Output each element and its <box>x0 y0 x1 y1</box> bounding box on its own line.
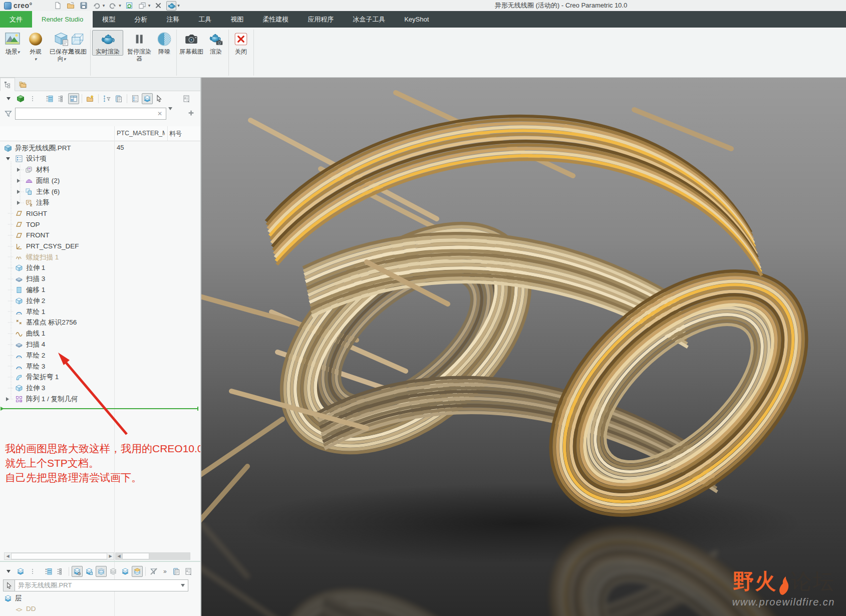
tree-item-right-plane[interactable]: RIGHT <box>0 208 199 219</box>
layer-tree-toggle-button[interactable] <box>142 93 153 104</box>
scroll-left-icon[interactable]: ◀ <box>5 553 11 559</box>
tab-view[interactable]: 视图 <box>221 11 253 28</box>
collapse-icon[interactable] <box>6 157 10 160</box>
layer-item-mm[interactable]: MM <box>0 613 199 616</box>
tree-dropdown-button[interactable] <box>3 93 14 104</box>
layer-filters-off-button[interactable] <box>148 566 159 577</box>
3d-viewport[interactable]: 野火 论坛 www.proewildfire.cn <box>201 78 846 616</box>
tree-item-offset-1[interactable]: 偏移 1 <box>0 284 199 295</box>
tree-horizontal-scrollbar[interactable]: ◀▶ <box>4 552 114 560</box>
denoise-button[interactable]: 降噪 <box>154 30 174 56</box>
new-file-button[interactable] <box>53 1 63 11</box>
appearance-button[interactable]: 外观 <box>25 30 46 63</box>
window-dropdown[interactable] <box>148 3 151 8</box>
regenerate-button[interactable] <box>124 1 134 11</box>
tree-item-extrude-3[interactable]: 拉伸 3 <box>0 383 199 394</box>
folder-browser-tab[interactable] <box>15 78 30 91</box>
more-options-icon[interactable] <box>27 93 38 104</box>
tab-keyshot[interactable]: KeyShot <box>395 11 438 28</box>
tree-item-front-plane[interactable]: FRONT <box>0 230 199 240</box>
screenshot-button[interactable]: 屏幕截图 <box>178 30 204 56</box>
tree-item-sweep-3[interactable]: 扫描 3 <box>0 274 199 284</box>
add-filter-button[interactable] <box>187 109 195 117</box>
render-button[interactable]: 渲染 <box>205 30 226 56</box>
column-separator-2[interactable] <box>167 126 168 141</box>
layer-info-button[interactable] <box>171 566 182 577</box>
redo-dropdown[interactable] <box>119 3 121 8</box>
close-window-button[interactable] <box>153 1 163 11</box>
customize-toolbar-dropdown[interactable] <box>177 3 180 8</box>
info-list-button[interactable] <box>181 93 192 104</box>
save-button[interactable] <box>79 1 89 11</box>
model-cube-icon[interactable] <box>15 93 26 104</box>
layer-root-item[interactable]: 层 <box>0 593 199 603</box>
tree-item-extrude-1[interactable]: 拉伸 1 <box>0 263 199 273</box>
collapse-branches-button[interactable] <box>55 566 66 577</box>
activate-layer-button[interactable] <box>132 566 143 577</box>
tab-model[interactable]: 模型 <box>93 11 125 28</box>
tab-annotate[interactable]: 注释 <box>157 11 189 28</box>
panel-separator[interactable] <box>0 561 200 562</box>
tree-item-root[interactable]: 异形无线线圈.PRT <box>0 143 199 153</box>
tree-item-spinal-bend[interactable]: 骨架折弯 1 <box>0 372 199 383</box>
select-mode-button[interactable] <box>154 93 165 104</box>
layer-status-button[interactable] <box>120 566 131 577</box>
pause-renderer-button[interactable]: 暂停渲染器 <box>125 30 153 63</box>
insert-here-locator[interactable] <box>3 408 198 409</box>
overflow-chevrons-icon[interactable]: » <box>163 568 167 575</box>
columns-horizontal-scrollbar[interactable]: ◀ <box>115 552 190 560</box>
collapse-branches-button[interactable] <box>56 93 67 104</box>
tree-item-extrude-2[interactable]: 拉伸 2 <box>0 295 199 306</box>
expand-icon[interactable] <box>6 397 9 401</box>
active-model-field[interactable]: 异形无线线圈.PRT <box>15 579 188 591</box>
clear-search-icon[interactable]: ✕ <box>157 110 162 117</box>
tab-applications[interactable]: 应用程序 <box>298 11 343 28</box>
model-tree-tab[interactable] <box>0 78 15 91</box>
layer-extra-button[interactable] <box>183 566 194 577</box>
chevron-down-icon[interactable] <box>181 584 185 587</box>
tab-render-studio[interactable]: Render Studio <box>32 11 93 28</box>
tree-item-annotations[interactable]: 注释 <box>0 197 199 208</box>
scene-button[interactable]: 场景 <box>2 30 23 56</box>
tree-item-sweep-4[interactable]: 扫描 4 <box>0 339 199 350</box>
close-render-studio-button[interactable]: 关闭 <box>230 30 251 56</box>
paste-list-button[interactable] <box>113 93 124 104</box>
expand-branches-button[interactable] <box>43 566 54 577</box>
settings-list-button[interactable] <box>130 93 141 104</box>
tab-flexible-modeling[interactable]: 柔性建模 <box>253 11 298 28</box>
tree-item-bodies[interactable]: 主体 (6) <box>0 186 199 197</box>
tab-analysis[interactable]: 分析 <box>125 11 157 28</box>
tab-tools[interactable]: 工具 <box>189 11 221 28</box>
scroll-right-icon[interactable]: ▶ <box>107 553 114 559</box>
realtime-render-button[interactable]: 实时渲染 <box>92 30 123 56</box>
tree-item-top-plane[interactable]: TOP <box>0 219 199 230</box>
column-liaohao[interactable]: 料号 <box>169 130 182 138</box>
expand-branches-button[interactable] <box>44 93 55 104</box>
tree-item-datum-points[interactable]: 基准点 标识2756 <box>0 318 199 328</box>
perspective-button[interactable]: 透视图 <box>66 30 89 56</box>
expand-icon[interactable] <box>17 168 20 172</box>
layer-tree-icon[interactable] <box>15 566 26 577</box>
tab-file[interactable]: 文件 <box>0 11 32 28</box>
window-switch-button[interactable] <box>137 1 147 11</box>
tree-item-helical-sweep[interactable]: 螺旋扫描 1 <box>0 252 199 262</box>
isolate-layer-button[interactable] <box>96 566 107 577</box>
show-layer-button[interactable] <box>72 566 83 577</box>
expand-icon[interactable] <box>17 190 20 194</box>
tree-item-pattern[interactable]: 阵列 1 / 复制几何 <box>0 394 199 404</box>
hide-layer-button[interactable] <box>84 566 95 577</box>
search-dropdown-icon[interactable] <box>168 110 172 118</box>
redo-button[interactable] <box>108 1 118 11</box>
scroll-left-icon[interactable]: ◀ <box>116 553 122 559</box>
tree-item-csys[interactable]: PRT_CSYS_DEF <box>0 241 199 251</box>
tree-item-sketch-2[interactable]: 草绘 2 <box>0 350 199 361</box>
tree-item-curve-1[interactable]: 曲线 1 <box>0 329 199 339</box>
column-ptc-master[interactable]: PTC_MASTER_M <box>117 130 165 137</box>
open-button[interactable] <box>66 1 76 11</box>
more-options-icon[interactable] <box>27 566 38 577</box>
layer-dropdown-button[interactable] <box>3 566 14 577</box>
layer-model-combo[interactable]: 异形无线线圈.PRT <box>3 579 188 591</box>
tree-item-materials[interactable]: 材料 <box>0 165 199 175</box>
tree-item-sketch-1[interactable]: 草绘 1 <box>0 306 199 317</box>
expand-icon[interactable] <box>17 179 20 183</box>
